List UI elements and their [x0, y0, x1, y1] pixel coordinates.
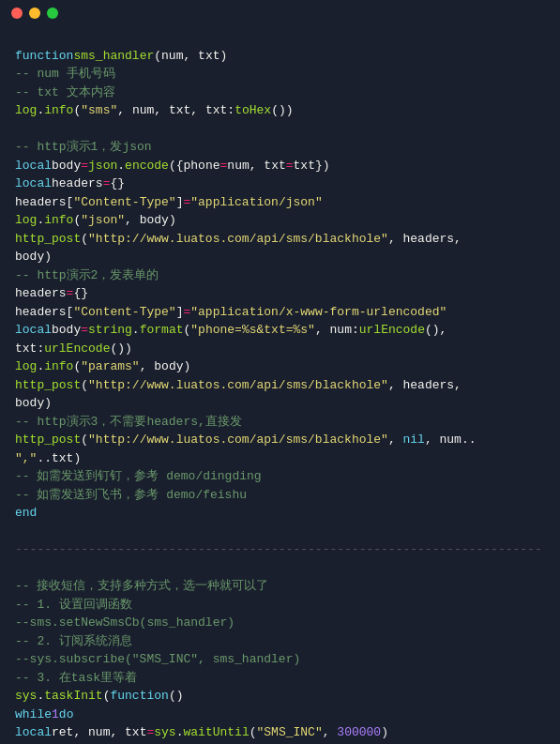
code-line: http_post("http://www.luatos.com/api/sms… — [0, 230, 560, 249]
code-line: sys.taskInit(function() — [0, 687, 560, 706]
code-line: http_post("http://www.luatos.com/api/sms… — [0, 376, 560, 395]
code-line: http_post("http://www.luatos.com/api/sms… — [0, 431, 560, 449]
code-line: --sms.setNewSmsCb(sms_handler) — [0, 614, 560, 632]
code-line: txt:urlEncode()) — [0, 340, 560, 358]
title-bar — [0, 0, 560, 26]
code-line — [0, 28, 560, 47]
code-line: local body = json.encode({phone=num, txt… — [0, 157, 560, 175]
minimize-button[interactable] — [29, 8, 40, 19]
code-line: -- 如需发送到钉钉，参考 demo/dingding — [0, 467, 560, 486]
code-line: -- http演示1，发json — [0, 138, 560, 157]
code-line: -- http演示2，发表单的 — [0, 266, 560, 285]
maximize-button[interactable] — [47, 8, 58, 19]
code-line: body) — [0, 248, 560, 266]
code-line: log.info("params", body) — [0, 357, 560, 376]
code-line: -- http演示3，不需要headers,直接发 — [0, 413, 560, 432]
code-line: -- 接收短信，支持多种方式，选一种就可以了 — [0, 577, 560, 596]
code-line: "," .. txt) — [0, 449, 560, 468]
code-line: -- num 手机号码 — [0, 65, 560, 84]
code-line: log.info("sms", num, txt, txt:toHex()) — [0, 101, 560, 120]
code-line: -- 2. 订阅系统消息 — [0, 632, 560, 651]
code-line: -- 1. 设置回调函数 — [0, 596, 560, 615]
code-line: -- 3. 在task里等着 — [0, 669, 560, 688]
code-line: headers = {} — [0, 284, 560, 303]
code-line: local headers = {} — [0, 175, 560, 193]
code-line: while 1 do — [0, 706, 560, 724]
code-line: function sms_handler(num, txt) — [0, 47, 560, 66]
code-line: log.info("json", body) — [0, 211, 560, 230]
code-line: local body = string.format("phone=%s&txt… — [0, 321, 560, 340]
code-line: end — [0, 504, 560, 523]
code-line: headers["Content-Type"] = "application/x… — [0, 303, 560, 322]
code-line: headers["Content-Type"] = "application/j… — [0, 193, 560, 212]
code-line — [0, 559, 560, 578]
code-line: local ret, num, txt = sys.waitUntil("SMS… — [0, 723, 560, 742]
code-line — [0, 120, 560, 139]
code-line — [0, 523, 560, 541]
code-line: -- txt 文本内容 — [0, 84, 560, 102]
close-button[interactable] — [11, 8, 23, 19]
code-line: body) — [0, 394, 560, 413]
code-editor: function sms_handler(num, txt) -- num 手机… — [0, 26, 560, 744]
code-line: -- 如需发送到飞书，参考 demo/feishu — [0, 486, 560, 505]
code-line: --sys.subscribe("SMS_INC", sms_handler) — [0, 650, 560, 669]
code-line-divider: ----------------------------------------… — [0, 540, 560, 559]
